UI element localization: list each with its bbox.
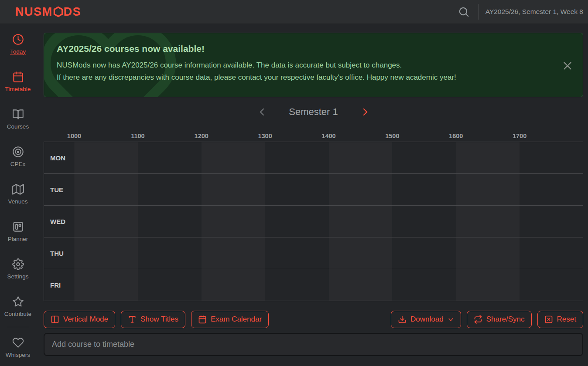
sidebar-item-label: Contribute [4, 311, 31, 317]
timetable-row-wed: WED [44, 206, 583, 237]
nusmods-logo[interactable]: NUSM DS [15, 5, 81, 19]
sidebar-item-courses[interactable]: Courses [0, 100, 36, 138]
reset-button[interactable]: Reset [537, 311, 583, 328]
star-icon [12, 296, 24, 308]
calendar-icon [12, 71, 24, 83]
sidebar-item-label: Settings [7, 273, 29, 280]
sidebar-item-planner[interactable]: Planner [0, 213, 36, 250]
exam-calendar-button[interactable]: Exam Calendar [191, 311, 269, 328]
close-icon [562, 60, 573, 71]
prev-semester-button[interactable] [255, 105, 269, 119]
timetable-cell [265, 206, 329, 237]
timetable-cell [138, 206, 202, 237]
semester-nav: Semester 1 [44, 104, 583, 120]
chevron-down-icon [448, 316, 454, 323]
timetable-cell [329, 174, 393, 205]
timetable-cell [138, 174, 202, 205]
repeat-icon [474, 315, 482, 324]
time-tick: 1200 [195, 132, 209, 139]
timetable-cell [202, 174, 265, 205]
button-label: Download [410, 315, 444, 324]
semester-title: Semester 1 [287, 106, 340, 118]
type-icon [128, 315, 137, 324]
sidebar-item-label: Timetable [5, 86, 31, 92]
timetable-cell [138, 237, 202, 269]
heart-icon [12, 337, 24, 349]
timetable-cell [74, 269, 138, 301]
timetable-cell [392, 174, 456, 205]
time-tick: 1700 [513, 132, 526, 139]
sidebar-item-label: Courses [7, 123, 29, 130]
gear-icon [12, 258, 24, 270]
timetable-cell [520, 269, 583, 301]
toolbar-left-group: Vertical Mode Show Titles Exam Calendar [44, 311, 269, 328]
banner-close-button[interactable] [561, 59, 574, 72]
timetable-cell [520, 142, 583, 173]
share-sync-button[interactable]: Share/Sync [467, 311, 532, 328]
clock-icon [12, 34, 24, 45]
banner-line-2: If there are any discrepancies with cour… [57, 73, 557, 82]
time-tick: 1400 [321, 132, 335, 139]
download-icon [398, 315, 407, 324]
timetable-cell [456, 269, 520, 301]
timetable-cell [392, 142, 456, 173]
show-titles-button[interactable]: Show Titles [121, 311, 185, 328]
sidebar-item-contribute[interactable]: Contribute [0, 288, 36, 325]
course-search-container [44, 333, 583, 356]
download-button[interactable]: Download [391, 311, 461, 328]
time-axis: 1000 1100 1200 1300 1400 1500 1600 1700 [44, 132, 583, 142]
sidebar-item-label: Planner [8, 236, 28, 242]
timetable-cell [265, 174, 329, 205]
day-label: WED [44, 206, 74, 237]
sidebar-item-label: CPEx [10, 161, 26, 167]
search-button[interactable] [455, 3, 472, 20]
button-label: Reset [557, 315, 576, 324]
button-label: Exam Calendar [211, 315, 262, 324]
announcement-banner: AY2025/26 courses now available! NUSMods… [44, 33, 583, 97]
button-label: Show Titles [140, 315, 178, 324]
chevron-right-icon [360, 107, 370, 117]
sidebar-item-whispers[interactable]: Whispers [0, 329, 36, 366]
next-semester-button[interactable] [358, 105, 372, 119]
add-course-input[interactable] [44, 333, 583, 356]
chevron-left-icon [257, 107, 267, 117]
sidebar-item-settings[interactable]: Settings [0, 250, 36, 288]
logo-text-left: NUSM [15, 5, 53, 19]
timetable-grid: MON TUE WED THU FRI [44, 142, 583, 301]
banner-line-1: NUSMods now has AY2025/26 course informa… [57, 61, 557, 70]
time-tick: 1000 [67, 132, 81, 139]
timetable-row-thu: THU [44, 237, 583, 269]
timetable-cell [202, 206, 265, 237]
button-label: Vertical Mode [63, 315, 108, 324]
timetable-cell [138, 142, 202, 173]
timetable-cell [265, 269, 329, 301]
sidebar-item-today[interactable]: Today [0, 25, 36, 63]
timetable-cell [202, 269, 265, 301]
sidebar-item-label: Whispers [6, 352, 30, 358]
timetable-cell [74, 142, 138, 173]
timetable-cell [329, 237, 393, 269]
timetable-cell [138, 269, 202, 301]
sidebar: Today Timetable Courses CPEx Venues [0, 24, 36, 366]
timetable-cell [456, 174, 520, 205]
timetable-cell [520, 174, 583, 205]
sidebar-divider [7, 327, 29, 327]
target-icon [12, 146, 24, 158]
map-icon [12, 183, 24, 195]
x-square-icon [544, 315, 553, 324]
sidebar-item-timetable[interactable]: Timetable [0, 63, 36, 100]
timetable-cell [202, 237, 265, 269]
timetable-cell [265, 142, 329, 173]
sidebar-item-cpex[interactable]: CPEx [0, 138, 36, 175]
sidebar-item-venues[interactable]: Venues [0, 175, 36, 213]
timetable-row-tue: TUE [44, 174, 583, 206]
vertical-mode-button[interactable]: Vertical Mode [44, 311, 115, 328]
timetable-cell [392, 206, 456, 237]
timetable-cell [74, 237, 138, 269]
day-label: FRI [44, 269, 74, 301]
sidebar-item-label: Today [10, 48, 26, 55]
top-bar: NUSM DS AY2025/26, Semester 1, Week 8 [0, 0, 588, 24]
book-open-icon [12, 108, 24, 120]
banner-title: AY2025/26 courses now available! [57, 44, 557, 54]
logo-text-right: DS [64, 5, 82, 19]
